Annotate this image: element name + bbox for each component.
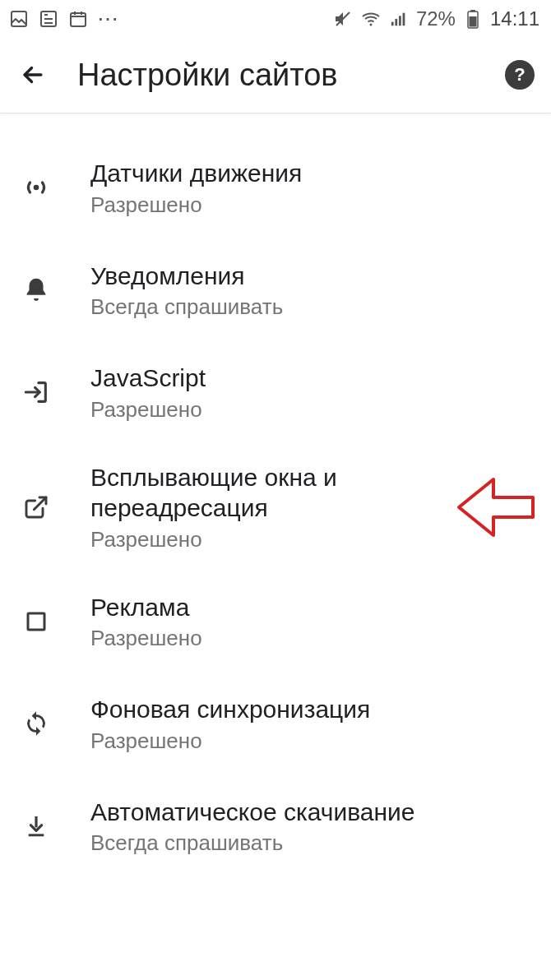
svg-point-3 bbox=[369, 23, 372, 25]
svg-rect-5 bbox=[395, 19, 397, 25]
svg-rect-12 bbox=[28, 613, 44, 630]
wifi-icon bbox=[360, 8, 382, 30]
sync-icon bbox=[20, 707, 53, 740]
setting-row-javascript[interactable]: JavaScript Разрешено bbox=[0, 341, 551, 444]
setting-row-previous[interactable]: Всегда спрашивать bbox=[0, 113, 551, 136]
setting-sub: Всегда спрашивать bbox=[90, 830, 515, 856]
back-button[interactable] bbox=[16, 58, 49, 91]
blank-icon bbox=[20, 113, 53, 115]
status-right: 72% 14:11 bbox=[332, 7, 539, 30]
svg-rect-6 bbox=[399, 16, 401, 25]
svg-rect-10 bbox=[469, 16, 476, 27]
signal-icon bbox=[388, 8, 410, 30]
image-icon bbox=[8, 8, 30, 30]
svg-rect-9 bbox=[470, 10, 475, 12]
page-title: Настройки сайтов bbox=[49, 58, 505, 93]
setting-title: Датчики движения bbox=[90, 158, 515, 189]
setting-title: Реклама bbox=[90, 592, 515, 623]
svg-point-11 bbox=[34, 185, 39, 191]
setting-title: Фоновая синхронизация bbox=[90, 694, 515, 725]
mute-icon bbox=[332, 8, 354, 30]
setting-sub: Разрешено bbox=[90, 626, 515, 651]
svg-rect-0 bbox=[12, 12, 26, 26]
setting-row-ads[interactable]: Реклама Разрешено bbox=[0, 571, 551, 673]
setting-row-background-sync[interactable]: Фоновая синхронизация Разрешено bbox=[0, 673, 551, 775]
svg-rect-4 bbox=[391, 21, 394, 25]
setting-row-auto-download[interactable]: Автоматическое скачивание Всегда спрашив… bbox=[0, 775, 551, 857]
setting-sub: Разрешено bbox=[90, 397, 515, 423]
setting-sub: Всегда спрашивать bbox=[90, 294, 515, 320]
download-icon bbox=[20, 810, 53, 843]
bell-icon bbox=[20, 274, 53, 307]
motion-sensor-icon bbox=[20, 171, 53, 204]
setting-title: Автоматическое скачивание bbox=[90, 797, 515, 828]
svg-rect-2 bbox=[71, 13, 86, 26]
help-button[interactable]: ? bbox=[505, 60, 535, 90]
setting-title: Уведомления bbox=[90, 261, 515, 292]
app-icon bbox=[38, 8, 59, 30]
setting-sub: Разрешено bbox=[90, 728, 515, 754]
open-in-new-icon bbox=[20, 491, 53, 524]
svg-rect-7 bbox=[402, 12, 405, 25]
setting-row-notifications[interactable]: Уведомления Всегда спрашивать bbox=[0, 239, 551, 342]
setting-sub: Разрешено bbox=[90, 192, 515, 218]
square-icon bbox=[20, 605, 53, 638]
setting-title: JavaScript bbox=[90, 363, 515, 394]
more-notifications-icon: ⋯ bbox=[97, 8, 120, 30]
help-icon: ? bbox=[514, 64, 525, 86]
battery-percent: 72% bbox=[416, 7, 456, 30]
setting-row-popups[interactable]: Всплывающие окна и переадресация Разреше… bbox=[0, 444, 551, 571]
login-icon bbox=[20, 376, 53, 409]
calendar-icon bbox=[67, 8, 89, 30]
status-left: ⋯ bbox=[8, 8, 120, 30]
svg-rect-13 bbox=[29, 834, 44, 836]
battery-icon bbox=[462, 8, 484, 30]
setting-row-motion-sensors[interactable]: Датчики движения Разрешено bbox=[0, 136, 551, 239]
settings-list: Всегда спрашивать Датчики движения Разре… bbox=[0, 113, 551, 980]
setting-sub: Разрешено bbox=[90, 527, 515, 552]
status-bar: ⋯ 72% 14:11 bbox=[0, 0, 551, 37]
app-bar: Настройки сайтов ? bbox=[0, 37, 551, 113]
setting-title: Всплывающие окна и переадресация bbox=[90, 462, 515, 524]
clock: 14:11 bbox=[490, 7, 539, 30]
